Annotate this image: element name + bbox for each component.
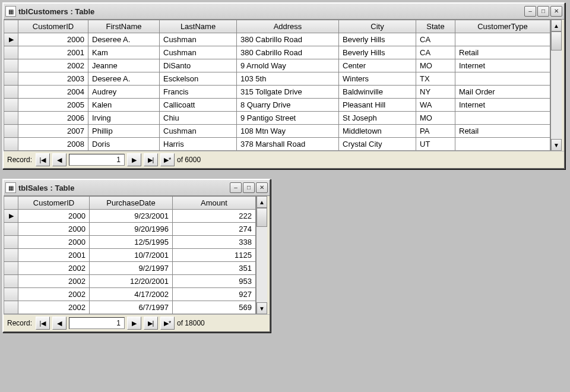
cell[interactable]: 380 Cabrillo Road xyxy=(237,46,339,59)
cell[interactable]: Doris xyxy=(88,138,160,151)
cell[interactable]: 2001 xyxy=(18,249,90,262)
row-selector[interactable] xyxy=(4,236,18,249)
cell[interactable]: 2002 xyxy=(18,288,90,301)
row-selector-header[interactable] xyxy=(4,20,18,33)
cell[interactable]: 2002 xyxy=(18,262,90,275)
scroll-up-icon[interactable]: ▲ xyxy=(256,196,267,208)
cell[interactable]: Winters xyxy=(339,72,416,86)
nav-first-button[interactable]: |◀ xyxy=(36,153,50,166)
cell[interactable]: Chiu xyxy=(160,112,237,125)
table-row[interactable]: ▶2000Deseree A.Cushman380 Cabrillo RoadB… xyxy=(4,33,550,46)
column-header[interactable]: CustomerID xyxy=(18,20,88,33)
nav-next-button[interactable]: ▶ xyxy=(127,317,141,330)
row-selector[interactable] xyxy=(4,301,18,314)
sales-vscrollbar[interactable]: ▲ ▼ xyxy=(256,196,267,314)
cell[interactable]: 2006 xyxy=(18,112,88,125)
cell[interactable]: DiSanto xyxy=(160,59,237,72)
cell[interactable]: PA xyxy=(416,125,455,138)
sales-titlebar[interactable]: ▦ tblSales : Table – □ ✕ xyxy=(4,180,270,196)
row-selector[interactable] xyxy=(4,46,18,59)
cell[interactable]: 315 Tollgate Drive xyxy=(237,86,339,99)
cell[interactable]: Internet xyxy=(455,99,550,112)
scroll-down-icon[interactable]: ▼ xyxy=(551,139,562,151)
cell[interactable]: 9 Pantigo Street xyxy=(237,112,339,125)
scroll-thumb[interactable] xyxy=(551,31,562,50)
cell[interactable]: Cushman xyxy=(160,125,237,138)
scroll-down-icon[interactable]: ▼ xyxy=(256,302,267,314)
cell[interactable]: Jeanne xyxy=(88,59,160,72)
column-header[interactable]: PurchaseDate xyxy=(90,197,173,210)
cell[interactable]: 569 xyxy=(173,301,256,314)
table-row[interactable]: 2001KamCushman380 Cabrillo RoadBeverly H… xyxy=(4,46,550,59)
cell[interactable]: 12/20/2001 xyxy=(90,275,173,288)
scroll-thumb[interactable] xyxy=(256,208,267,227)
cell[interactable]: UT xyxy=(416,138,455,151)
sales-table[interactable]: CustomerIDPurchaseDateAmount ▶20009/23/2… xyxy=(4,196,256,314)
cell[interactable]: 378 Marshall Road xyxy=(237,138,339,151)
cell[interactable]: Kam xyxy=(88,46,160,59)
row-selector[interactable] xyxy=(4,138,18,151)
cell[interactable]: Audrey xyxy=(88,86,160,99)
cell[interactable]: 9/20/1996 xyxy=(90,223,173,236)
row-selector[interactable] xyxy=(4,223,18,236)
row-selector[interactable] xyxy=(4,125,18,138)
row-selector[interactable] xyxy=(4,288,18,301)
cell[interactable]: Mail Order xyxy=(455,86,550,99)
cell[interactable]: 2001 xyxy=(18,46,88,59)
nav-prev-button[interactable]: ◀ xyxy=(52,153,66,166)
cell[interactable]: 338 xyxy=(173,236,256,249)
cell[interactable]: Center xyxy=(339,59,416,72)
column-header[interactable]: State xyxy=(416,20,455,33)
customers-table[interactable]: CustomerIDFirstNameLastNameAddressCitySt… xyxy=(4,20,550,151)
cell[interactable]: NY xyxy=(416,86,455,99)
maximize-button[interactable]: □ xyxy=(537,6,549,17)
cell[interactable]: Beverly Hills xyxy=(339,33,416,46)
row-selector[interactable] xyxy=(4,86,18,99)
nav-last-button[interactable]: ▶| xyxy=(144,153,158,166)
cell[interactable]: 2000 xyxy=(18,236,90,249)
cell[interactable]: 2000 xyxy=(18,210,90,223)
cell[interactable]: 9 Arnold Way xyxy=(237,59,339,72)
table-row[interactable]: 2003Deseree A.Esckelson103 5thWintersTX xyxy=(4,72,550,86)
cell[interactable]: 2004 xyxy=(18,86,88,99)
table-row[interactable]: 2008DorisHarris378 Marshall RoadCrystal … xyxy=(4,138,550,151)
record-number-input[interactable] xyxy=(69,317,125,329)
table-row[interactable]: 20029/2/1997351 xyxy=(4,262,256,275)
row-selector[interactable]: ▶ xyxy=(4,33,18,46)
table-row[interactable]: 200110/7/20011125 xyxy=(4,249,256,262)
cell[interactable]: 222 xyxy=(173,210,256,223)
nav-new-button[interactable]: ▶* xyxy=(160,153,175,166)
record-number-input[interactable] xyxy=(69,154,125,166)
cell[interactable]: 1125 xyxy=(173,249,256,262)
cell[interactable]: Retail xyxy=(455,46,550,59)
column-header[interactable]: City xyxy=(339,20,416,33)
cell[interactable]: WA xyxy=(416,99,455,112)
scroll-up-icon[interactable]: ▲ xyxy=(551,20,562,31)
cell[interactable]: St Joseph xyxy=(339,112,416,125)
nav-new-button[interactable]: ▶* xyxy=(160,317,175,330)
cell[interactable]: Harris xyxy=(160,138,237,151)
cell[interactable]: 2002 xyxy=(18,275,90,288)
cell[interactable]: Retail xyxy=(455,125,550,138)
table-row[interactable]: 2004AudreyFrancis315 Tollgate DriveBaldw… xyxy=(4,86,550,99)
nav-next-button[interactable]: ▶ xyxy=(127,153,141,166)
cell[interactable]: Irving xyxy=(88,112,160,125)
cell[interactable]: Cushman xyxy=(160,33,237,46)
cell[interactable]: 103 5th xyxy=(237,72,339,86)
cell[interactable]: 2007 xyxy=(18,125,88,138)
row-selector-header[interactable] xyxy=(4,197,18,210)
cell[interactable]: 2000 xyxy=(18,33,88,46)
column-header[interactable]: CustomerID xyxy=(18,197,90,210)
cell[interactable]: 12/5/1995 xyxy=(90,236,173,249)
cell[interactable]: Pleasant Hill xyxy=(339,99,416,112)
table-row[interactable]: 2007PhillipCushman108 Mtn WayMiddletownP… xyxy=(4,125,550,138)
cell[interactable]: Kalen xyxy=(88,99,160,112)
cell[interactable]: Beverly Hills xyxy=(339,46,416,59)
maximize-button[interactable]: □ xyxy=(243,182,255,193)
cell[interactable]: 10/7/2001 xyxy=(90,249,173,262)
cell[interactable]: 274 xyxy=(173,223,256,236)
cell[interactable]: Esckelson xyxy=(160,72,237,86)
cell[interactable]: 8 Quarry Drive xyxy=(237,99,339,112)
cell[interactable] xyxy=(455,138,550,151)
nav-first-button[interactable]: |◀ xyxy=(36,317,50,330)
